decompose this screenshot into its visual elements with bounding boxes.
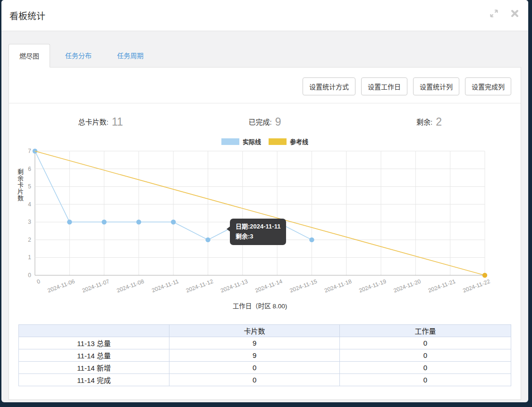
x-tick-label: 2024-11-06 (47, 278, 76, 294)
x-tick-label: 2024-11-14 (254, 278, 284, 294)
stat-value: 11 (112, 116, 123, 128)
x-tick-label: 2024-11-07 (81, 278, 110, 294)
legend-item-参考线[interactable]: 参考线 (269, 137, 308, 146)
y-tick-label: 7 (28, 148, 31, 154)
x-tick-label: 2024-11-21 (427, 278, 456, 294)
data-point-参考线 (482, 273, 487, 278)
burndown-tab-panel: 设置统计方式设置工作日设置统计列设置完成列 总卡片数:11已完成:9剩余:2 实… (8, 67, 521, 400)
table-body: 11-13 总量9011-14 总量9011-14 新增0011-14 完成00 (19, 337, 511, 386)
x-tick-label: 2024-11-22 (462, 278, 491, 294)
table-cell: 0 (340, 362, 511, 374)
data-point-实际线 (101, 220, 106, 224)
table-header-cell (19, 325, 169, 337)
y-tick-label: 6 (28, 166, 31, 172)
stat-label: 已完成: (249, 118, 272, 126)
x-tick-label: 2024-11-15 (289, 278, 318, 294)
legend-label: 实际线 (243, 137, 261, 146)
series-line-参考线 (35, 151, 485, 275)
table-cell: 0 (169, 374, 340, 386)
y-tick-label: 5 (28, 183, 31, 190)
x-tick-label: 2024-11-20 (393, 278, 422, 294)
data-point-实际线 (171, 220, 176, 224)
table-cell: 11-14 完成 (19, 374, 169, 386)
table-header: 卡片数工作量 (19, 325, 511, 337)
settings-button[interactable]: 设置统计列 (413, 77, 459, 95)
chart-tooltip: 日期:2024-11-11 剩余:3 (230, 219, 286, 245)
x-tick-label: 2024-11-12 (185, 278, 214, 294)
table-row: 11-14 完成00 (19, 374, 511, 386)
table-cell: 11-14 新增 (19, 362, 169, 374)
close-icon[interactable] (511, 9, 519, 17)
x-tick-label: 2024-11-11 (151, 278, 179, 294)
legend-swatch (269, 138, 287, 145)
expand-icon[interactable] (490, 9, 498, 18)
x-axis-title: 工作日（时区 8.00) (233, 303, 287, 310)
dialog-titlebar: 看板统计 (1, 0, 528, 31)
settings-button[interactable]: 设置完成列 (465, 77, 511, 95)
y-tick-label: 1 (28, 254, 31, 261)
settings-button[interactable]: 设置工作日 (361, 77, 407, 95)
stat-item: 总卡片数:11 (18, 116, 183, 128)
stat-item: 剩余:2 (347, 116, 511, 128)
dialog-body: 燃尽图任务分布任务周期 设置统计方式设置工作日设置统计列设置完成列 总卡片数:1… (1, 31, 528, 400)
data-point-实际线 (67, 220, 72, 224)
table-cell: 9 (169, 337, 340, 349)
x-tick-label: 2024-11-08 (116, 278, 145, 294)
table-cell: 11-14 总量 (19, 349, 169, 362)
table-header-cell: 工作量 (340, 325, 511, 337)
tab-任务分布[interactable]: 任务分布 (55, 44, 102, 67)
stat-label: 剩余: (416, 118, 432, 126)
stat-item: 已完成:9 (183, 116, 347, 128)
table-row: 11-13 总量90 (19, 337, 511, 349)
data-point-实际线 (205, 237, 210, 242)
x-tick-label: 2024-11-13 (220, 278, 249, 294)
legend-item-实际线[interactable]: 实际线 (221, 137, 261, 146)
x-tick-label: 2024-11-19 (358, 278, 387, 294)
tab-燃尽图[interactable]: 燃尽图 (8, 44, 50, 68)
y-tick-label: 4 (28, 201, 31, 208)
table-row: 11-14 总量90 (19, 349, 511, 362)
tooltip-remaining: 剩余:3 (236, 232, 280, 242)
table-cell: 0 (340, 349, 511, 362)
y-axis-label: 剩余卡片数 (16, 169, 25, 202)
settings-button[interactable]: 设置统计方式 (303, 77, 355, 95)
data-point-实际线 (309, 237, 314, 242)
burndown-chart: 剩余卡片数 02024-11-062024-11-072024-11-08202… (17, 148, 511, 313)
y-tick-label: 2 (28, 237, 31, 243)
table-cell: 0 (340, 337, 511, 349)
table-header-cell: 卡片数 (169, 325, 340, 337)
settings-toolbar: 设置统计方式设置工作日设置统计列设置完成列 (9, 68, 521, 103)
tab-任务周期[interactable]: 任务周期 (107, 44, 154, 67)
x-tick-label: 2024-11-18 (323, 278, 353, 294)
tab-bar: 燃尽图任务分布任务周期 (8, 44, 521, 67)
x-tick-label: 0 (36, 278, 41, 286)
stat-value: 2 (436, 116, 442, 128)
chart-legend: 实际线参考线 (9, 137, 521, 146)
stat-value: 9 (275, 116, 281, 128)
kanban-stats-dialog: 看板统计 燃尽图任务分布任务周期 设置统计方式设置工作日设置统计列设置完成列 总… (1, 0, 528, 402)
stats-row: 总卡片数:11已完成:9剩余:2 (9, 103, 521, 130)
legend-swatch (221, 138, 239, 145)
legend-label: 参考线 (290, 137, 308, 146)
y-tick-label: 0 (28, 272, 31, 279)
tooltip-date: 日期:2024-11-11 (236, 222, 280, 232)
table-cell: 0 (169, 362, 340, 374)
table-row: 11-14 新增00 (19, 362, 511, 374)
stat-label: 总卡片数: (78, 118, 108, 126)
dialog-title: 看板统计 (9, 9, 45, 22)
table-header-row: 卡片数工作量 (19, 325, 511, 337)
y-tick-label: 3 (28, 219, 31, 225)
data-point-实际线 (136, 220, 141, 224)
table-cell: 9 (169, 349, 340, 362)
table-cell: 11-13 总量 (19, 337, 169, 349)
stats-table: 卡片数工作量11-13 总量9011-14 总量9011-14 新增0011-1… (18, 324, 511, 386)
table-cell: 0 (340, 374, 511, 386)
